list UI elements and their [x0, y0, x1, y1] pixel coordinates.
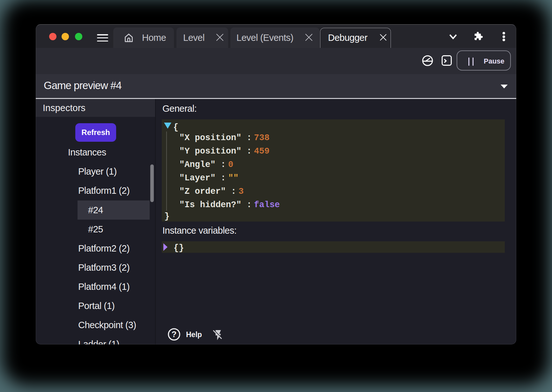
svg-text:?: ? — [172, 329, 177, 339]
